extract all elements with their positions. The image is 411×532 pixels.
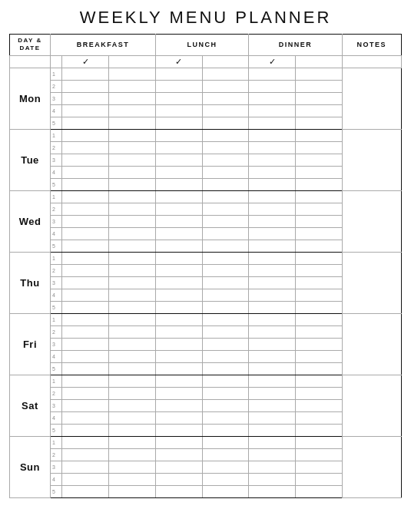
lunch-col2[interactable] [202, 338, 249, 350]
breakfast-col1[interactable] [62, 338, 109, 350]
notes-cell-sun[interactable] [342, 436, 401, 497]
dinner-col1[interactable] [249, 178, 296, 190]
lunch-col2[interactable] [202, 375, 249, 387]
breakfast-col2[interactable] [109, 178, 156, 190]
lunch-col2[interactable] [202, 411, 249, 424]
dinner-col1[interactable] [249, 80, 296, 92]
lunch-col1[interactable] [155, 264, 202, 276]
breakfast-col2[interactable] [109, 301, 156, 313]
dinner-col2[interactable] [295, 104, 342, 117]
lunch-col1[interactable] [155, 473, 202, 485]
breakfast-col1[interactable] [62, 375, 109, 387]
lunch-col1[interactable] [155, 399, 202, 411]
breakfast-col2[interactable] [109, 154, 156, 166]
dinner-col2[interactable] [295, 338, 342, 350]
dinner-col2[interactable] [295, 325, 342, 338]
breakfast-col1[interactable] [62, 104, 109, 117]
dinner-col1[interactable] [249, 190, 296, 203]
lunch-col2[interactable] [202, 227, 249, 240]
breakfast-col1[interactable] [62, 485, 109, 497]
dinner-col1[interactable] [249, 203, 296, 215]
breakfast-col1[interactable] [62, 178, 109, 190]
dinner-col1[interactable] [249, 338, 296, 350]
lunch-col1[interactable] [155, 387, 202, 399]
dinner-col2[interactable] [295, 264, 342, 276]
dinner-col1[interactable] [249, 399, 296, 411]
lunch-col2[interactable] [202, 203, 249, 215]
lunch-col1[interactable] [155, 117, 202, 129]
breakfast-col2[interactable] [109, 424, 156, 436]
breakfast-col1[interactable] [62, 166, 109, 178]
dinner-col1[interactable] [249, 289, 296, 301]
dinner-col1[interactable] [249, 325, 296, 338]
breakfast-col1[interactable] [62, 215, 109, 227]
dinner-col1[interactable] [249, 68, 296, 80]
dinner-col1[interactable] [249, 252, 296, 264]
dinner-col2[interactable] [295, 461, 342, 473]
lunch-col2[interactable] [202, 362, 249, 375]
dinner-col1[interactable] [249, 485, 296, 497]
breakfast-col1[interactable] [62, 399, 109, 411]
lunch-col1[interactable] [155, 80, 202, 92]
dinner-col2[interactable] [295, 178, 342, 190]
dinner-col2[interactable] [295, 154, 342, 166]
notes-cell-mon[interactable] [342, 68, 401, 129]
lunch-col2[interactable] [202, 141, 249, 154]
lunch-col1[interactable] [155, 350, 202, 362]
dinner-col2[interactable] [295, 190, 342, 203]
notes-cell-thu[interactable] [342, 252, 401, 313]
lunch-col1[interactable] [155, 92, 202, 104]
lunch-col2[interactable] [202, 325, 249, 338]
dinner-col2[interactable] [295, 129, 342, 141]
lunch-col1[interactable] [155, 252, 202, 264]
breakfast-col1[interactable] [62, 117, 109, 129]
breakfast-col2[interactable] [109, 313, 156, 325]
dinner-col2[interactable] [295, 117, 342, 129]
lunch-col2[interactable] [202, 190, 249, 203]
dinner-col2[interactable] [295, 166, 342, 178]
lunch-col1[interactable] [155, 301, 202, 313]
dinner-col1[interactable] [249, 473, 296, 485]
breakfast-col2[interactable] [109, 448, 156, 461]
breakfast-col1[interactable] [62, 264, 109, 276]
dinner-col1[interactable] [249, 461, 296, 473]
lunch-col2[interactable] [202, 289, 249, 301]
dinner-col2[interactable] [295, 411, 342, 424]
lunch-col1[interactable] [155, 362, 202, 375]
breakfast-col1[interactable] [62, 473, 109, 485]
breakfast-col1[interactable] [62, 141, 109, 154]
breakfast-col2[interactable] [109, 141, 156, 154]
breakfast-col1[interactable] [62, 68, 109, 80]
dinner-col2[interactable] [295, 313, 342, 325]
breakfast-col1[interactable] [62, 289, 109, 301]
breakfast-col2[interactable] [109, 436, 156, 448]
lunch-col1[interactable] [155, 338, 202, 350]
lunch-col2[interactable] [202, 252, 249, 264]
breakfast-col1[interactable] [62, 387, 109, 399]
lunch-col2[interactable] [202, 154, 249, 166]
lunch-col2[interactable] [202, 387, 249, 399]
dinner-col2[interactable] [295, 473, 342, 485]
dinner-col1[interactable] [249, 424, 296, 436]
dinner-col1[interactable] [249, 276, 296, 289]
dinner-col2[interactable] [295, 301, 342, 313]
breakfast-col2[interactable] [109, 117, 156, 129]
breakfast-col2[interactable] [109, 362, 156, 375]
dinner-col2[interactable] [295, 203, 342, 215]
lunch-col1[interactable] [155, 154, 202, 166]
notes-cell-fri[interactable] [342, 313, 401, 375]
dinner-col2[interactable] [295, 350, 342, 362]
breakfast-col2[interactable] [109, 68, 156, 80]
lunch-col1[interactable] [155, 325, 202, 338]
lunch-col1[interactable] [155, 375, 202, 387]
dinner-col1[interactable] [249, 166, 296, 178]
dinner-col2[interactable] [295, 227, 342, 240]
lunch-col2[interactable] [202, 215, 249, 227]
breakfast-col2[interactable] [109, 387, 156, 399]
dinner-col2[interactable] [295, 240, 342, 252]
dinner-col2[interactable] [295, 289, 342, 301]
lunch-col1[interactable] [155, 461, 202, 473]
breakfast-col1[interactable] [62, 411, 109, 424]
breakfast-col1[interactable] [62, 227, 109, 240]
notes-cell-tue[interactable] [342, 129, 401, 190]
